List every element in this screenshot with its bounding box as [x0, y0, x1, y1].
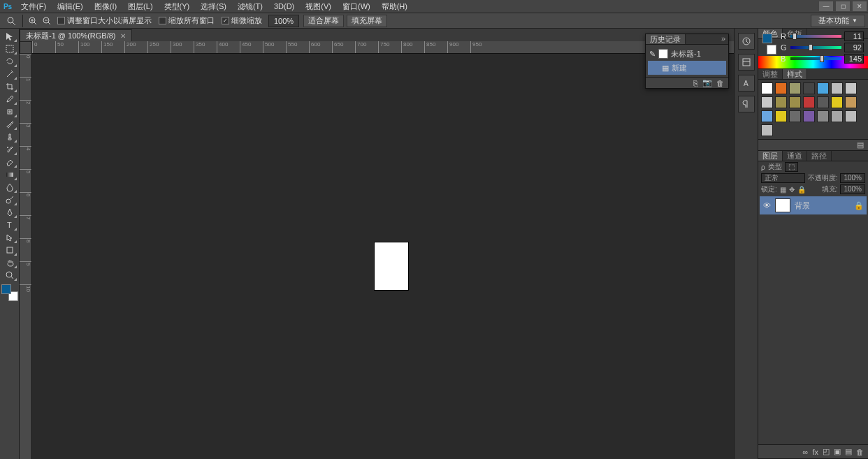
- zoom-tool[interactable]: [2, 269, 17, 282]
- b-value[interactable]: 145: [844, 54, 864, 64]
- history-snapshot[interactable]: ✎ 未标题-1: [648, 47, 726, 61]
- link-layers-icon[interactable]: ∞: [803, 448, 809, 456]
- layer-row[interactable]: 👁 背景 🔒: [760, 196, 867, 214]
- dodge-tool[interactable]: [2, 194, 17, 206]
- shape-tool[interactable]: [2, 244, 17, 256]
- history-step[interactable]: ▦ 新建: [648, 61, 726, 75]
- style-swatch[interactable]: [831, 96, 843, 108]
- strip-history-icon[interactable]: [738, 33, 755, 50]
- menu-window[interactable]: 窗口(W): [337, 0, 376, 13]
- style-swatch[interactable]: [789, 82, 801, 94]
- layer-mask-icon[interactable]: ◰: [823, 447, 830, 456]
- r-value[interactable]: 11: [844, 31, 864, 41]
- canvas-page[interactable]: [375, 242, 408, 290]
- menu-filter[interactable]: 滤镜(T): [232, 0, 268, 13]
- eraser-tool[interactable]: [2, 156, 17, 168]
- menu-layer[interactable]: 图层(L): [122, 0, 158, 13]
- style-swatch[interactable]: [775, 110, 787, 122]
- style-swatch[interactable]: [775, 96, 787, 108]
- blend-mode[interactable]: 正常: [761, 173, 805, 183]
- opacity-field[interactable]: 100%: [840, 173, 865, 183]
- strip-character-icon[interactable]: A: [738, 75, 755, 92]
- menu-type[interactable]: 类型(Y): [159, 0, 196, 13]
- marquee-tool[interactable]: [2, 43, 17, 55]
- lock-position-icon[interactable]: ✥: [789, 186, 795, 194]
- style-swatch[interactable]: [789, 110, 801, 122]
- b-slider[interactable]: [790, 55, 841, 62]
- delete-state-icon[interactable]: 🗑: [716, 79, 724, 87]
- layer-fx-icon[interactable]: fx: [812, 448, 818, 456]
- stamp-tool[interactable]: [2, 131, 17, 143]
- lasso-tool[interactable]: [2, 55, 17, 68]
- gradient-tool[interactable]: [2, 168, 17, 181]
- zoom-out-icon[interactable]: [40, 15, 54, 27]
- minimize-button[interactable]: —: [819, 1, 833, 11]
- menu-view[interactable]: 视图(V): [300, 0, 337, 13]
- workspace-switcher[interactable]: 基本功能 ▼: [811, 15, 865, 27]
- tab-history[interactable]: 历史记录: [646, 34, 686, 44]
- visibility-icon[interactable]: 👁: [762, 201, 771, 210]
- brush-tool[interactable]: [2, 118, 17, 131]
- style-swatch[interactable]: [803, 82, 815, 94]
- path-select-tool[interactable]: [2, 231, 17, 244]
- canvas-viewport[interactable]: 0501001502002503003504004505005506006507…: [20, 41, 734, 459]
- close-tab-icon[interactable]: ✕: [120, 32, 126, 40]
- resize-window-checkbox[interactable]: 调整窗口大小以满屏显示: [57, 15, 152, 26]
- fg-swatch-large[interactable]: [762, 34, 772, 43]
- tab-paths[interactable]: 路径: [807, 151, 832, 161]
- move-tool[interactable]: [2, 30, 17, 43]
- tab-channels[interactable]: 通道: [783, 151, 807, 161]
- fill-screen-button[interactable]: 填充屏幕: [347, 15, 387, 27]
- style-swatch[interactable]: [845, 96, 857, 108]
- strip-paragraph-icon[interactable]: [738, 96, 755, 112]
- style-swatch[interactable]: [761, 110, 773, 122]
- style-swatch[interactable]: [803, 96, 815, 108]
- fit-screen-button[interactable]: 适合屏幕: [303, 15, 344, 27]
- style-swatch[interactable]: [817, 82, 829, 94]
- style-swatch[interactable]: [845, 82, 857, 94]
- style-swatch[interactable]: [761, 96, 773, 108]
- wand-tool[interactable]: [2, 68, 17, 80]
- document-tab[interactable]: 未标题-1 @ 100%(RGB/8) ✕: [20, 29, 132, 41]
- type-tool[interactable]: T: [2, 219, 17, 231]
- g-value[interactable]: 92: [844, 43, 864, 52]
- pen-tool[interactable]: [2, 206, 17, 219]
- new-layer-icon[interactable]: ▤: [845, 447, 852, 456]
- ruler-origin[interactable]: [20, 41, 32, 54]
- zoom-field[interactable]: 100%: [268, 15, 299, 27]
- zoom-all-checkbox[interactable]: 缩放所有窗口: [159, 15, 215, 26]
- collapse-panel-icon[interactable]: »: [718, 34, 728, 44]
- lock-all-icon[interactable]: 🔒: [797, 186, 806, 194]
- scrubby-zoom-checkbox[interactable]: ✓细微缩放: [222, 15, 262, 26]
- menu-help[interactable]: 帮助(H): [376, 0, 413, 13]
- new-snapshot-icon[interactable]: 📷: [702, 78, 712, 87]
- style-swatch[interactable]: [775, 82, 787, 94]
- close-button[interactable]: ✕: [853, 1, 867, 11]
- new-group-icon[interactable]: ▣: [834, 447, 841, 456]
- style-swatch[interactable]: [831, 110, 843, 122]
- style-swatch[interactable]: [789, 96, 801, 108]
- hand-tool[interactable]: [2, 256, 17, 269]
- bg-swatch-large[interactable]: [767, 45, 776, 54]
- g-slider[interactable]: [790, 44, 841, 51]
- style-swatch[interactable]: [845, 110, 857, 122]
- history-brush-tool[interactable]: [2, 143, 17, 156]
- delete-layer-icon[interactable]: 🗑: [856, 448, 864, 456]
- fill-field[interactable]: 100%: [840, 184, 865, 194]
- lock-pixels-icon[interactable]: ▦: [780, 186, 786, 194]
- style-swatch[interactable]: [761, 124, 773, 136]
- vertical-ruler[interactable]: 012345678910: [20, 54, 32, 459]
- horizontal-ruler[interactable]: 0501001502002503003504004505005506006507…: [32, 41, 734, 54]
- style-swatch[interactable]: [817, 96, 829, 108]
- layer-name[interactable]: 背景: [795, 201, 810, 211]
- eyedropper-tool[interactable]: [2, 93, 17, 105]
- style-swatch[interactable]: [817, 110, 829, 122]
- create-doc-from-state-icon[interactable]: ⎘: [693, 79, 698, 87]
- menu-file[interactable]: 文件(F): [15, 0, 52, 13]
- strip-properties-icon[interactable]: [738, 54, 755, 71]
- style-swatch[interactable]: [831, 82, 843, 94]
- maximize-button[interactable]: ◻: [836, 1, 850, 11]
- styles-menu-icon[interactable]: ▤: [857, 140, 864, 150]
- blur-tool[interactable]: [2, 181, 17, 194]
- color-swatches[interactable]: [1, 284, 18, 301]
